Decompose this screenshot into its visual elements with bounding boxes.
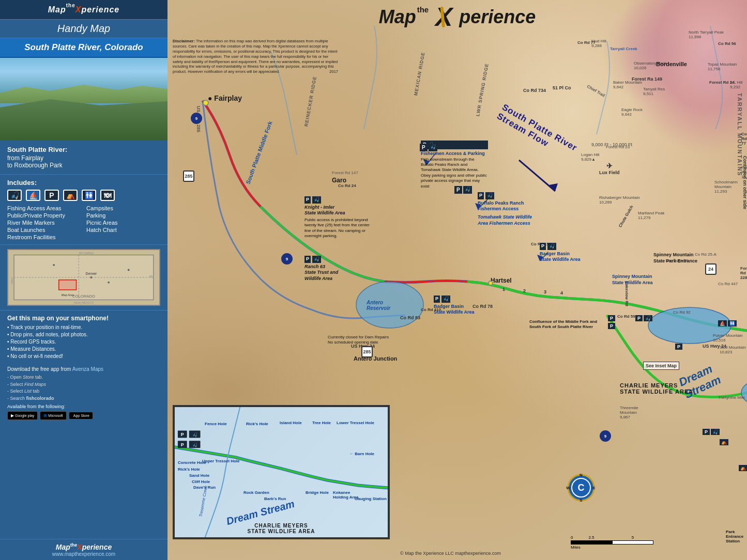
co-rd-83-label: Co Rd 83 [400, 315, 420, 320]
footer-url: www.mapthexperience.com [7, 551, 160, 557]
tarryall-res-label: Tarryall Res9,511 [643, 87, 665, 96]
forest-ra-label: Forest Ra 149 [632, 76, 662, 82]
scale-seg-2 [612, 540, 653, 545]
scale-numbers: 0 2.5 5 [571, 535, 653, 540]
map-title-area: Map the X perience [379, 3, 536, 31]
scale-miles-label: Miles [571, 545, 581, 550]
dam-repairs-annotation: Currently closed for Dam RepairsNo sched… [328, 335, 389, 346]
mud-hill-label: Mud Hill9,288 [591, 39, 606, 48]
logo-the-word: the [417, 5, 429, 14]
co-rd-447-label: Co Rd 447 [718, 282, 738, 286]
mile-3-marker: 3 [544, 289, 546, 294]
hwy-9-shield-3: 9 [600, 430, 611, 442]
tarryall-peak-label: North Tarryall Peak11,996 [689, 30, 724, 39]
svg-text:Denver: Denver [86, 272, 97, 275]
compass-svg: C N S W E [566, 472, 597, 503]
camping-icon: ⛺ [63, 190, 78, 201]
google-play-badge[interactable]: ▶ Google play [7, 411, 38, 420]
svg-text:COLORADO: COLORADO [72, 294, 95, 299]
co-rd-734-label: Co Rd 734 [523, 88, 546, 93]
crd-56-label: Co Rd 56 [718, 41, 736, 46]
hwy-9-shield-1: 9 [191, 113, 202, 124]
spinney-swa-annotation: Spinney MountainState Wildlife Area [612, 274, 653, 286]
mile-1-marker: 1 [502, 287, 505, 292]
bb2-p-icon: P [434, 295, 440, 303]
fish-m1: 🎣 [711, 429, 720, 435]
svg-text:P: P [181, 442, 184, 447]
sidebar-logo-text: MaptheXperience [6, 4, 161, 15]
microsoft-badge[interactable]: ⊞ Microsoft [40, 411, 66, 420]
scale-bar-visual [571, 540, 653, 545]
co-rd-78-label: Co Rd 78 [472, 304, 493, 309]
r63-title: Ranch 63State Trust andWildlife Area [304, 264, 338, 281]
state-svg: Denver Map Area COLORADO WYOMING UTAH NE… [8, 250, 159, 305]
pulver-label: Pulver Mountain10,516 [713, 333, 743, 343]
sidebar-description: South Platte River: from Fairplay to Rox… [0, 141, 167, 175]
p-icon-1: P [420, 144, 428, 151]
eagle-rock-label: Eagle Rock9,642 [621, 107, 643, 117]
upper-tressel-label: Upper Tressel Hole [202, 459, 239, 463]
bb2-fish-icon: 🎣 [441, 295, 450, 303]
fishermen-access-title: Fishermen Access & Parking [421, 151, 488, 157]
legend-restroom: Restroom Facilities [7, 234, 81, 240]
co-rd-92-label: Co Rd 92 [673, 310, 691, 315]
svg-text:W: W [566, 486, 570, 490]
disclaimer-box: Disclaimer: The information on this map … [173, 39, 338, 74]
svg-point-6 [128, 269, 130, 271]
forest-rd-77-label: Co Rd 77 [741, 132, 747, 146]
hwy-285-shield: 285 [183, 170, 194, 182]
legend-campsites: Campsites [86, 205, 160, 211]
ricks-hole-2-label: Rick's Hole [178, 467, 200, 472]
badger-icons: P 🎣 [540, 243, 581, 250]
camp-m3: ⛺ [739, 465, 747, 471]
threemile-label: ThreemileMountain9,867 [620, 406, 638, 419]
bordenville-label: Bordenville [656, 61, 687, 67]
mile-4-marker: 4 [560, 290, 563, 295]
p-icon-2: P [454, 186, 462, 194]
legend-picnic: Picnic Areas [86, 220, 160, 226]
svg-text:🎣: 🎣 [192, 432, 197, 437]
fish-icon-1: 🎣 [429, 144, 437, 151]
svg-point-3 [53, 264, 55, 266]
google-play-text: Google play [15, 414, 34, 417]
state-outline: Denver Map Area COLORADO WYOMING UTAH NE… [8, 250, 159, 305]
parking-cluster-spinney2: P [608, 323, 615, 329]
icons-row: 🎣 ⛵ P ⛺ 🚻 🍽 [7, 190, 160, 201]
ranch-63-annotation: P 🎣 Ranch 63State Trust andWildlife Area [304, 256, 338, 282]
download-text: Download the free app from Avenza Maps [7, 366, 160, 372]
ki-fish-icon: 🎣 [312, 196, 321, 204]
legend-fishing: Fishing Access Areas [7, 205, 81, 211]
see-inset-label: See Inset Map [643, 362, 679, 370]
mile-2-marker: 2 [523, 288, 526, 293]
co-rd-25-label: Co Rd 25-A [695, 252, 716, 257]
fish-spinney-3: 🎣 [644, 315, 652, 321]
badger-fish-icon: 🎣 [547, 243, 556, 250]
r63-icons: P 🎣 [304, 256, 338, 263]
forest-rd-228-label: Forest Rd 228 [740, 266, 747, 280]
parking-more-2: ⛺ [720, 439, 728, 445]
svg-text:N: N [580, 473, 583, 477]
svg-text:NE: NE [149, 275, 153, 278]
app-store-badge[interactable]: App Store [69, 412, 93, 419]
disclaimer-title: Disclaimer: [173, 39, 195, 43]
hwy-285-shield-2: 285 [361, 346, 373, 357]
sidebar-photo [0, 58, 167, 141]
fence-hole-label: Fence Hole [205, 422, 227, 426]
svg-text:C: C [578, 483, 585, 493]
svg-text:E: E [592, 486, 596, 490]
tree-hole-label: Tree Hole [312, 421, 331, 425]
thirtynine-label: Thirtynine Mile [718, 395, 745, 400]
pl-co-label: 51 Pl Co [553, 85, 571, 90]
restroom-icon-1: 🚻 [728, 320, 737, 326]
boat-launch-icons: ⛵ 🚻 [718, 320, 737, 326]
island-hole-label: Island Hole [280, 421, 302, 425]
river-title-text: South Platte River, Colorado [24, 42, 143, 52]
picnic-icon: 🍽 [100, 190, 115, 201]
ki-body: Public access is prohibited beyond twent… [304, 217, 377, 239]
knight-imler-annotation: P 🎣 Knight - ImlerState Wildlife Area Pu… [304, 196, 377, 239]
main-map: Map the X perience Disclaimer: The infor… [167, 0, 747, 560]
hartsel-dot [488, 281, 493, 286]
app-store-text: App Store [73, 414, 89, 417]
garo-label: Garo [332, 177, 346, 184]
forest-rd-14-label: Forest Rd 14 [709, 80, 734, 85]
